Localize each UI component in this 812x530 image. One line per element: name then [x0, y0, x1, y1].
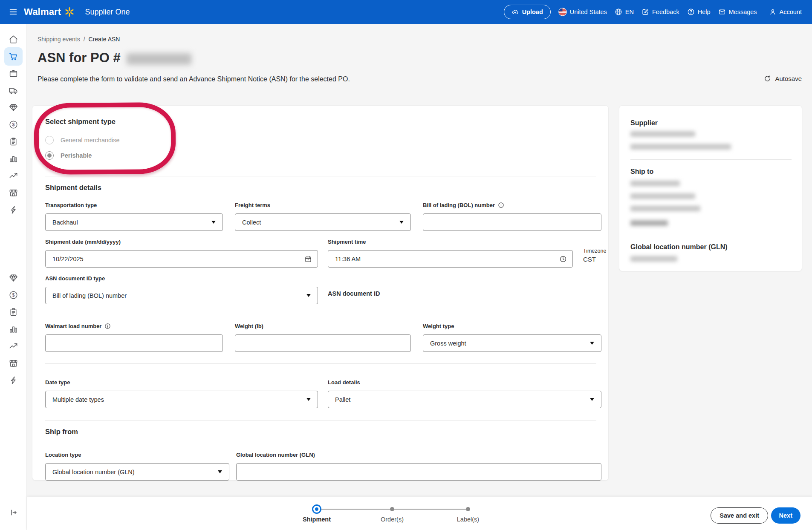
messages-icon: [718, 8, 726, 16]
radio-circle-selected[interactable]: [45, 151, 54, 160]
messages-label: Messages: [729, 9, 757, 15]
trend-up-icon[interactable]: [6, 338, 21, 354]
dollar-icon[interactable]: $: [6, 117, 21, 132]
load-details-value: Pallet: [335, 396, 350, 403]
shipment-type-heading: Select shipment type: [45, 118, 116, 126]
walmart-spark-icon: [64, 7, 75, 17]
flash-icon[interactable]: [6, 202, 21, 217]
gem-icon[interactable]: [6, 270, 21, 285]
clipboard-icon[interactable]: [6, 304, 21, 320]
language-selector[interactable]: EN: [615, 8, 634, 16]
account-icon: [769, 8, 777, 16]
store-icon[interactable]: [6, 355, 21, 371]
trend-up-icon[interactable]: [6, 168, 21, 183]
info-icon[interactable]: [104, 323, 111, 329]
chevron-down-icon: [590, 342, 594, 345]
clock-icon[interactable]: [559, 255, 567, 263]
load-details-label: Load details: [328, 379, 360, 386]
flash-icon[interactable]: [6, 372, 21, 388]
section-divider: [45, 176, 596, 176]
info-icon[interactable]: [498, 202, 504, 208]
asn-doc-type-select[interactable]: Bill of lading (BOL) number: [45, 287, 318, 304]
brand-logo[interactable]: Walmart: [24, 6, 75, 17]
svg-text:$: $: [12, 122, 14, 127]
timezone-label: Timezone: [583, 248, 606, 254]
shipment-time-input[interactable]: [328, 251, 572, 267]
asn-doc-type-label: ASN document ID type: [45, 275, 105, 282]
date-type-select[interactable]: Multiple date types: [45, 391, 318, 408]
cart-icon[interactable]: [6, 49, 21, 64]
help-icon: [687, 8, 695, 16]
clipboard-icon[interactable]: [6, 134, 21, 149]
walmart-load-number-field: [45, 334, 223, 352]
chevron-down-icon: [399, 221, 404, 224]
brand-name: Walmart: [24, 6, 61, 17]
asn-doc-type-value: Bill of lading (BOL) number: [52, 292, 127, 299]
radio-general-merchandise[interactable]: General merchandise: [45, 136, 120, 144]
shipment-date-field: [45, 250, 318, 268]
upload-button[interactable]: Upload: [504, 5, 551, 19]
po-summary-card: Supplier Ship to Global location number …: [619, 105, 802, 271]
step-shipment-label: Shipment: [303, 516, 331, 523]
package-icon[interactable]: [6, 66, 21, 81]
breadcrumb-shipping-events[interactable]: Shipping events: [38, 36, 80, 43]
store-icon[interactable]: [6, 185, 21, 200]
location-type-select[interactable]: Global location number (GLN): [45, 463, 229, 481]
expand-sidebar-icon[interactable]: [7, 506, 20, 519]
breadcrumb: Shipping events / Create ASN: [38, 36, 120, 43]
radio-perishable[interactable]: Perishable: [45, 151, 92, 160]
home-icon[interactable]: [6, 32, 21, 47]
transportation-type-label: Transportation type: [45, 202, 97, 208]
po-number-redacted: [127, 53, 191, 65]
chevron-down-icon: [306, 294, 311, 297]
save-and-exit-button[interactable]: Save and exit: [711, 507, 768, 524]
bar-chart-icon[interactable]: [6, 151, 21, 166]
feedback-link[interactable]: Feedback: [642, 8, 679, 16]
location-type-value: Global location number (GLN): [52, 469, 135, 475]
redacted-text: [630, 144, 731, 150]
messages-link[interactable]: Messages: [718, 8, 757, 16]
calendar-icon[interactable]: [304, 255, 312, 263]
left-sidebar: $ $: [0, 24, 27, 530]
page-subtitle: Please complete the form to validate and…: [38, 75, 350, 83]
weight-field: [235, 334, 411, 352]
globe-icon: [615, 8, 622, 16]
country-selector[interactable]: United States: [558, 8, 607, 16]
app-header: Walmart Supplier One Upload United State…: [0, 0, 812, 24]
account-link[interactable]: Account: [769, 8, 802, 16]
transportation-type-select[interactable]: Backhaul: [45, 213, 223, 231]
shipment-details-heading: Shipment details: [45, 184, 101, 192]
radio-circle-unselected[interactable]: [45, 136, 54, 144]
walmart-load-number-label: Walmart load number: [45, 323, 111, 329]
walmart-load-number-label-text: Walmart load number: [45, 323, 101, 329]
step-shipment-dot[interactable]: [312, 504, 321, 514]
language-label: EN: [625, 9, 634, 15]
weight-input[interactable]: [235, 335, 410, 351]
ship-from-gln-field: [236, 463, 601, 481]
bol-number-input[interactable]: [423, 214, 601, 230]
freight-terms-select[interactable]: Collect: [235, 213, 411, 231]
autosave-indicator: Autosave: [764, 75, 802, 82]
walmart-load-number-input[interactable]: [46, 335, 223, 351]
truck-icon[interactable]: [6, 83, 21, 98]
shipment-date-label: Shipment date (mm/dd/yyyy): [45, 239, 121, 245]
step-orders-dot[interactable]: [390, 507, 394, 511]
step-labels-dot[interactable]: [466, 507, 470, 511]
weight-type-select[interactable]: Gross weight: [423, 334, 601, 352]
load-details-select[interactable]: Pallet: [328, 391, 601, 408]
gem-icon[interactable]: [6, 100, 21, 115]
help-label: Help: [698, 9, 711, 15]
country-label: United States: [570, 9, 607, 15]
menu-icon[interactable]: [9, 7, 18, 17]
shipment-time-field: [328, 250, 573, 268]
ship-from-gln-input[interactable]: [237, 464, 601, 480]
account-label: Account: [780, 9, 802, 15]
panel-divider: [630, 159, 792, 160]
shipment-time-label: Shipment time: [328, 239, 366, 245]
bar-chart-icon[interactable]: [6, 321, 21, 337]
dollar-icon[interactable]: $: [6, 287, 21, 302]
timezone-block: Timezone CST: [583, 248, 606, 263]
shipment-date-input[interactable]: [46, 251, 318, 267]
next-button[interactable]: Next: [771, 507, 800, 524]
help-link[interactable]: Help: [687, 8, 711, 16]
